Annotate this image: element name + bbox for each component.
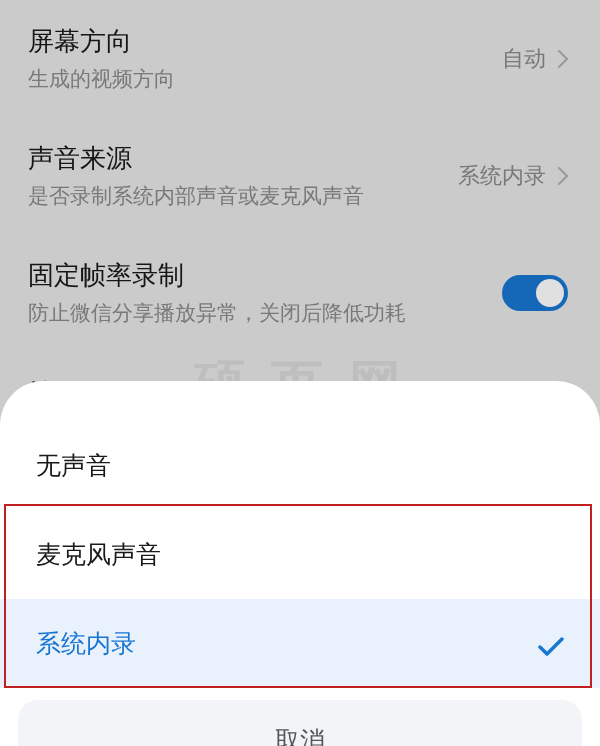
action-sheet: 无声音 麦克风声音 系统内录 取消 bbox=[0, 381, 600, 746]
check-icon bbox=[538, 634, 564, 654]
sheet-option-system[interactable]: 系统内录 bbox=[0, 599, 600, 688]
option-label: 无声音 bbox=[36, 449, 111, 482]
sheet-option-no-sound[interactable]: 无声音 bbox=[0, 421, 600, 510]
sheet-options: 无声音 麦克风声音 系统内录 bbox=[0, 421, 600, 688]
sheet-option-mic[interactable]: 麦克风声音 bbox=[0, 510, 600, 599]
cancel-label: 取消 bbox=[275, 726, 325, 746]
option-label: 麦克风声音 bbox=[36, 538, 161, 571]
cancel-button[interactable]: 取消 bbox=[18, 700, 582, 746]
option-label: 系统内录 bbox=[36, 627, 136, 660]
